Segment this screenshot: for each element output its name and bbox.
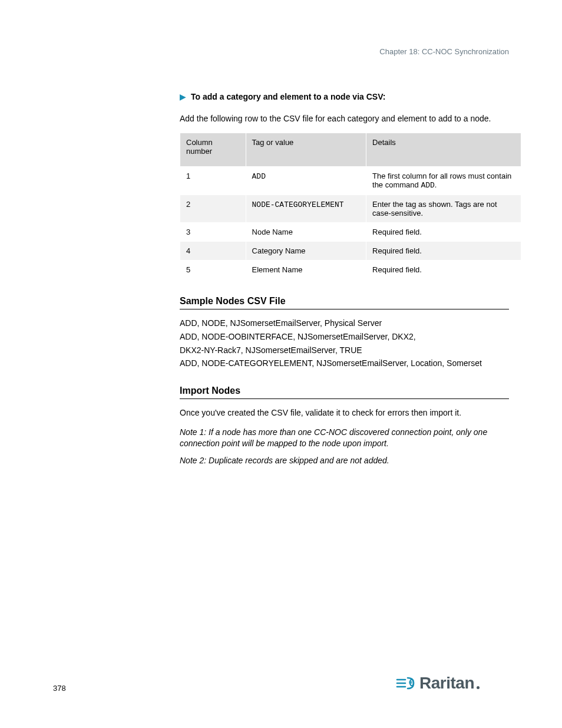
code-text: ADD [421, 181, 434, 190]
code-text: NODE-CATEGORYELEMENT [252, 200, 344, 209]
table-header-row: Column number Tag or value Details [180, 133, 521, 166]
cell-tag: NODE-CATEGORYELEMENT [246, 195, 366, 222]
task-heading-row: ▶ To add a category and element to a nod… [180, 91, 509, 103]
page-number: 378 [53, 684, 66, 693]
brand-logo-icon: € [396, 676, 416, 691]
sample-line: ADD, NODE, NJSomersetEmailServer, Physic… [180, 318, 509, 329]
cell-details: Required field. [366, 241, 521, 260]
cell-details: Enter the tag as shown. Tags are not cas… [366, 195, 521, 222]
note-1: Note 1: If a node has more than one CC-N… [180, 427, 509, 449]
table-row: 1 ADD The first column for all rows must… [180, 166, 521, 195]
note-2: Note 2: Duplicate records are skipped an… [180, 455, 509, 466]
cell-colnum: 2 [180, 195, 246, 222]
cell-colnum: 1 [180, 166, 246, 195]
table-header-tag: Tag or value [246, 133, 366, 166]
cell-tag: Element Name [246, 260, 366, 279]
table-row: 2 NODE-CATEGORYELEMENT Enter the tag as … [180, 195, 521, 222]
cell-colnum: 4 [180, 241, 246, 260]
sample-line: ADD, NODE-OOBINTERFACE, NJSomersetEmailS… [180, 331, 509, 342]
task-heading: To add a category and element to a node … [191, 91, 385, 103]
table-row: 4 Category Name Required field. [180, 241, 521, 260]
import-body: Once you've created the CSV file, valida… [180, 407, 509, 419]
section-sample-title: Sample Nodes CSV File [180, 296, 509, 309]
page-root: Chapter 18: CC-NOC Synchronization ▶ To … [0, 0, 562, 728]
task-intro: Add the following row to the CSV file fo… [180, 113, 509, 124]
cell-colnum: 3 [180, 222, 246, 241]
svg-text:€: € [409, 678, 414, 688]
table-header-colnum: Column number [180, 133, 246, 166]
cell-colnum: 5 [180, 260, 246, 279]
triangle-icon: ▶ [180, 92, 186, 101]
cell-tag: Category Name [246, 241, 366, 260]
brand-logo-text: Raritan [419, 674, 474, 693]
csv-columns-table: Column number Tag or value Details 1 ADD… [180, 133, 521, 279]
cell-details: The first column for all rows must conta… [366, 166, 521, 195]
section-import-title: Import Nodes [180, 386, 509, 399]
table-row: 5 Element Name Required field. [180, 260, 521, 279]
brand-logo-dot-icon [477, 686, 480, 689]
cell-details: Required field. [366, 260, 521, 279]
cell-tag: ADD [246, 166, 366, 195]
cell-details: Required field. [366, 222, 521, 241]
brand-logo: € Raritan [396, 674, 480, 693]
table-row: 3 Node Name Required field. [180, 222, 521, 241]
sample-line: ADD, NODE-CATEGORYELEMENT, NJSomersetEma… [180, 358, 509, 369]
chapter-reference: Chapter 18: CC-NOC Synchronization [180, 47, 509, 56]
code-text: ADD [252, 172, 266, 181]
cell-tag: Node Name [246, 222, 366, 241]
table-header-details: Details [366, 133, 521, 166]
sample-line: DKX2-NY-Rack7, NJSomersetEmailServer, TR… [180, 345, 509, 356]
